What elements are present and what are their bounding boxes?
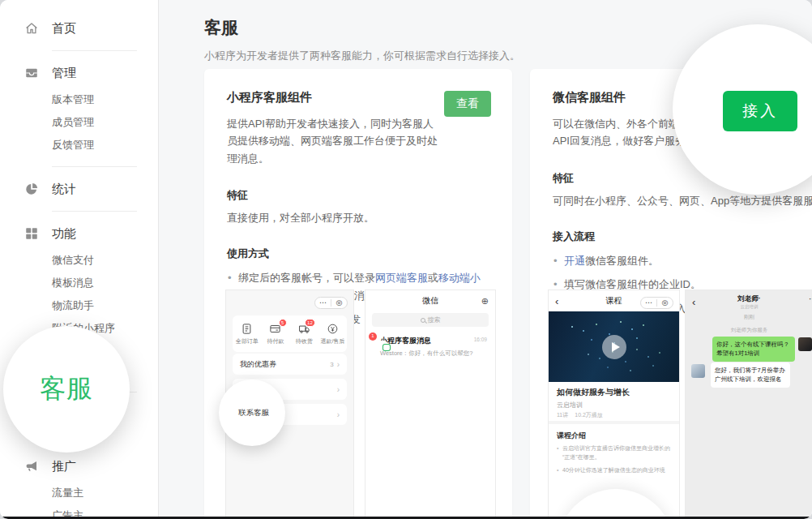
usage-text: 绑定后的客服帐号，可以登录	[238, 272, 375, 284]
refund-yuan-icon	[327, 323, 339, 335]
sidebar-item-members[interactable]: 成员管理	[0, 111, 158, 134]
avatar-teacher	[691, 364, 705, 378]
view-button[interactable]: 查看	[444, 91, 491, 117]
activate-link[interactable]: 开通	[564, 255, 585, 267]
play-count: 10.2万播放	[575, 412, 603, 418]
chevron-right-icon: ›	[337, 410, 340, 419]
sidebar-divider	[52, 50, 137, 51]
grid-item-to-pay: 5 待付款	[261, 323, 289, 345]
search-bar: 搜索	[372, 313, 489, 327]
screenshot-wechat-chat-list: 微信 ⊕ 搜索 1 小程序客服消息 Westore：你好，有什么可以帮您? 16…	[365, 290, 496, 517]
video-title: 如何做好服务与增长	[557, 387, 630, 398]
web-service-link[interactable]: 网页端客服	[375, 272, 428, 284]
badge-count: 5	[279, 319, 287, 327]
video-thumbnail	[549, 311, 679, 382]
section-divider	[549, 421, 679, 424]
customer-service-highlight-label[interactable]: 客服	[40, 371, 93, 407]
chevron-right-icon: ›	[337, 360, 340, 369]
screenshot-service-chat: ‹ 刘老师· 云启培训 ⋯ 刚刚 刘老师为你服务 你好，这个有线下课程吗？希望有…	[685, 290, 812, 517]
section-text-feature: 可同时在小程序、公众号、网页、App等地方提供客服服务。	[553, 194, 806, 208]
tour-spotlight-customer-service[interactable]: 客服	[3, 326, 130, 453]
chat-meta: 小程序客服消息 Westore：你好，有什么可以帮您?	[380, 336, 472, 358]
screenshot-course-page: ‹ 课程 ⋯◎ 如何做好服务与增长 云启培训 11讲 10.2万播放 课程介绍 …	[548, 290, 680, 517]
megaphone-icon	[24, 459, 39, 474]
sidebar-item-label: 管理	[52, 66, 76, 81]
wechat-title: 微信	[422, 295, 438, 307]
ellipsis-icon: ⋯	[315, 298, 331, 308]
grid-icon	[24, 226, 39, 241]
grid-item-all-orders: 全部订单	[233, 323, 261, 345]
mini-program-console-window: 客服 小程序为开发者提供了两种客服能力，你可根据需求自行选择接入。 首页 管理 …	[0, 0, 812, 519]
sidebar-divider	[52, 211, 137, 212]
search-icon	[421, 318, 425, 323]
sidebar-item-label: 首页	[52, 21, 76, 36]
sidebar-item-home[interactable]: 首页	[0, 16, 158, 41]
sidebar-item-logistics[interactable]: 物流助手	[0, 294, 158, 317]
course-intro-bullet: 40分钟让你迅速了解微信生态的商业环境	[557, 465, 673, 474]
plus-circle-icon: ⊕	[481, 296, 489, 307]
sidebar-item-version[interactable]: 版本管理	[0, 88, 158, 111]
video-meta: 11讲 10.2万播放	[557, 411, 608, 419]
chat-timestamp: 刚刚	[686, 314, 812, 321]
avatar-user	[798, 337, 812, 351]
decor-dots	[588, 354, 589, 355]
card-description: 提供API帮助开发者快速接入，同时为客服人员提供移动端、网页端客服工作台便于及时…	[227, 115, 439, 167]
more-menu-icon: ⋯	[809, 294, 812, 303]
join-button[interactable]: 接入	[723, 91, 797, 131]
decor-dots	[571, 326, 573, 328]
card-miniprogram-service: 小程序客服组件 查看 提供API帮助开发者快速接入，同时为客服人员提供移动端、网…	[204, 69, 512, 519]
receipt-icon	[241, 323, 253, 335]
unread-badge: 1	[369, 332, 377, 341]
grid-item-label: 全部订单	[236, 337, 259, 345]
home-icon	[24, 21, 39, 36]
sidebar-item-traffic-owner[interactable]: 流量主	[0, 482, 158, 504]
play-button-icon	[602, 335, 626, 359]
sidebar-item-promotion[interactable]: 推广	[0, 454, 158, 478]
chat-list-item: 1 小程序客服消息 Westore：你好，有什么可以帮您? 16:09	[365, 336, 495, 358]
order-shortcut-grid: 全部订单 5 待付款 12 待收货 退款/售后	[233, 315, 347, 352]
course-intro-bullet: 云启培训官方直播告诉你微信里商业增长的“正道”在哪里。	[557, 444, 673, 461]
capsule-target-icon: ◎	[331, 298, 347, 308]
sidebar-item-feedback[interactable]: 反馈管理	[0, 134, 158, 157]
sidebar-item-label: 功能	[52, 226, 76, 242]
sidebar-item-stats[interactable]: 统计	[0, 177, 158, 201]
contact-service-highlight-label: 联系客服	[238, 408, 269, 418]
grid-item-to-receive: 12 待收货	[290, 323, 318, 345]
grid-item-label: 退款/售后	[320, 337, 344, 345]
video-author: 云启培训	[557, 401, 583, 410]
list-item-coupons: 我的优惠券 3 ›	[233, 354, 347, 375]
miniprogram-capsule: ⋯◎	[314, 297, 348, 309]
ellipsis-icon: ⋯	[641, 298, 656, 308]
chat-time: 16:09	[474, 337, 487, 342]
sidebar-subgroup-promo: 流量主 广告主	[0, 482, 158, 519]
outgoing-message-bubble: 你好，这个有线下课程吗？希望有1对1培训	[712, 337, 795, 362]
section-title-usage: 使用方式	[227, 247, 489, 261]
section-text-feature: 直接使用，对全部小程序开放。	[227, 211, 489, 225]
course-intro-title: 课程介绍	[557, 431, 586, 441]
chat-title: 小程序客服消息	[380, 336, 472, 346]
flow-text: 微信客服组件。	[585, 255, 659, 267]
incoming-message-bubble: 您好，我们将于7月份举办广州线下培训，欢迎报名	[711, 362, 790, 388]
chat-contact-org: 云启培训	[686, 304, 812, 310]
sidebar-divider	[52, 166, 137, 167]
pie-chart-icon	[24, 182, 39, 196]
usage-text: 或	[428, 272, 438, 284]
sidebar-item-template-message[interactable]: 模板消息	[0, 272, 158, 294]
chat-preview: Westore：你好，有什么可以帮您?	[380, 350, 472, 358]
back-chevron-icon: ‹	[555, 296, 558, 307]
course-page-title: 课程	[606, 295, 622, 307]
sidebar-item-manage[interactable]: 管理	[0, 61, 158, 85]
lesson-count: 11讲	[557, 412, 568, 418]
sidebar-item-wechat-pay[interactable]: 微信支付	[0, 249, 158, 272]
section-title-feature: 特征	[227, 188, 489, 203]
wechat-header: 微信 ⊕	[365, 290, 495, 311]
chat-system-message: 刘老师为你服务	[686, 327, 812, 334]
sidebar-subgroup-manage: 版本管理 成员管理 反馈管理	[0, 88, 158, 157]
list-item-label: 我的优惠券	[240, 359, 276, 370]
grid-item-refund: 退款/售后	[318, 323, 347, 345]
list-item-value: 3	[330, 361, 333, 368]
chat-contact-name: 刘老师·	[686, 294, 812, 304]
badge-count: 12	[305, 319, 315, 327]
inbox-icon	[24, 66, 39, 80]
sidebar-item-features[interactable]: 功能	[0, 221, 158, 246]
